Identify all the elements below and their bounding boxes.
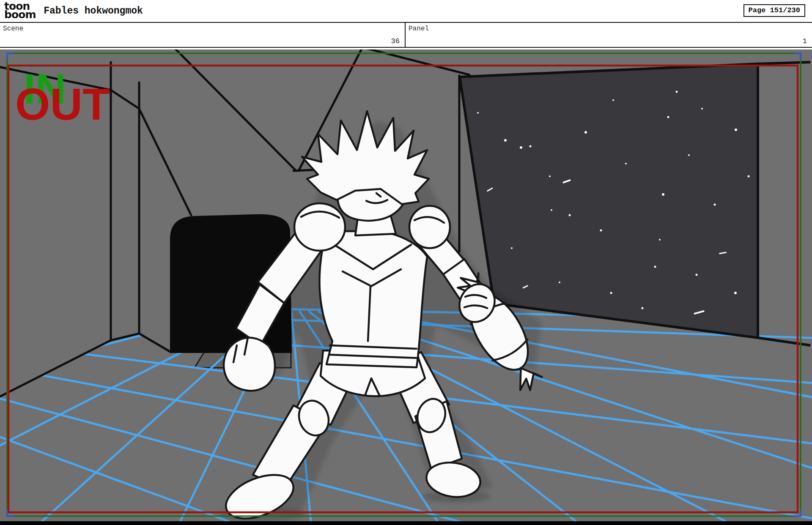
- scene-cell: Scene 36: [0, 23, 406, 47]
- page-indicator: Page 151/230: [743, 4, 805, 17]
- scene-value: 36: [391, 37, 400, 45]
- panel-value: 1: [803, 37, 807, 45]
- right-shoulder-pad: [409, 206, 450, 248]
- left-fist: [224, 338, 275, 391]
- camera-out-label: OUT: [15, 79, 110, 129]
- scene-label: Scene: [3, 25, 23, 33]
- toonboom-logo-icon: toon boom: [4, 3, 36, 19]
- bottom-border: [0, 521, 812, 525]
- info-row: Scene 36 Panel 1: [0, 23, 812, 48]
- left-shoulder-pad: [294, 203, 345, 251]
- project-title: Fables hokwongmok: [44, 5, 143, 16]
- panel-label: Panel: [409, 25, 429, 33]
- logo-line-bottom: boom: [4, 11, 36, 19]
- header-bar: toon boom Fables hokwongmok Page 151/230: [0, 0, 812, 23]
- panel-cell: Panel 1: [406, 23, 812, 47]
- storyboard-drawing: IN OUT: [0, 49, 812, 521]
- storyboard-panel: IN OUT: [0, 49, 812, 521]
